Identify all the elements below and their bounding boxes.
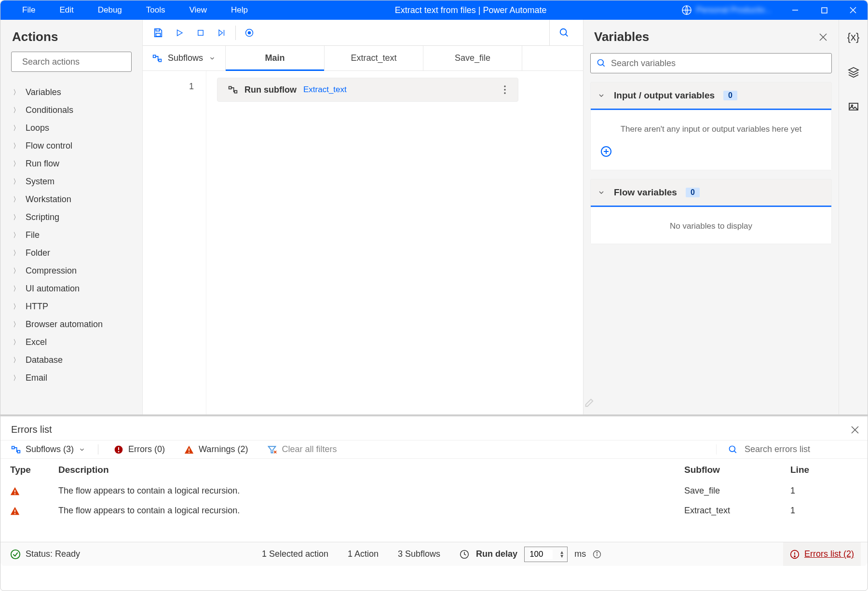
step-button[interactable] — [211, 22, 232, 43]
chevron-right-icon: 〉 — [13, 178, 20, 186]
variables-search-input[interactable] — [611, 58, 826, 69]
action-category-label: Workstation — [26, 194, 71, 205]
action-category-label: Excel — [26, 337, 47, 347]
editor-area: Subflows Main Extract_text Save_file 1 R… — [143, 20, 583, 414]
rail-variables-button[interactable]: {x} — [845, 28, 862, 46]
menu-debug[interactable]: Debug — [86, 0, 134, 20]
col-description: Description — [58, 465, 684, 475]
svg-line-27 — [603, 65, 605, 67]
info-icon[interactable] — [593, 550, 601, 559]
tab-save-file[interactable]: Save_file — [423, 46, 522, 70]
action-category[interactable]: 〉Workstation — [10, 191, 137, 208]
tab-main[interactable]: Main — [226, 46, 325, 70]
step-target-link[interactable]: Extract_text — [303, 85, 347, 95]
tab-extract-text[interactable]: Extract_text — [325, 46, 423, 70]
svg-marker-11 — [219, 30, 223, 36]
subflows-dropdown[interactable]: Subflows — [143, 46, 226, 70]
io-variables-toggle[interactable]: Input / output variables 0 — [591, 82, 831, 109]
action-category[interactable]: 〉Database — [10, 351, 137, 369]
action-category[interactable]: 〉Scripting — [10, 208, 137, 226]
chevron-right-icon: 〉 — [13, 160, 20, 168]
filter-errors-label: Errors (0) — [128, 444, 165, 454]
errors-list-link[interactable]: Errors list (2) — [783, 542, 861, 566]
chevron-down-icon — [209, 55, 216, 62]
svg-rect-7 — [156, 28, 159, 31]
flow-steps[interactable]: Run subflow Extract_text — [206, 71, 583, 414]
action-category[interactable]: 〉Flow control — [10, 137, 137, 155]
flow-variables-toggle[interactable]: Flow variables 0 — [591, 179, 831, 206]
action-category[interactable]: 〉Email — [10, 369, 137, 387]
action-category-label: Database — [26, 355, 63, 365]
action-category[interactable]: 〉File — [10, 226, 137, 244]
svg-marker-31 — [849, 68, 858, 72]
menu-help[interactable]: Help — [219, 0, 260, 20]
errors-search[interactable] — [716, 444, 861, 454]
menu-tools[interactable]: Tools — [134, 0, 177, 20]
svg-point-59 — [597, 552, 597, 553]
filter-errors[interactable]: Errors (0) — [110, 444, 169, 454]
chevron-right-icon: 〉 — [13, 213, 20, 222]
clear-filters-button[interactable]: Clear all filters — [263, 444, 340, 454]
filter-warnings[interactable]: Warnings (2) — [180, 444, 252, 454]
filter-clear-icon — [267, 445, 277, 454]
action-category-label: Flow control — [26, 141, 72, 151]
action-category[interactable]: 〉Variables — [10, 83, 137, 101]
check-circle-icon — [10, 549, 21, 560]
rail-images-button[interactable] — [845, 98, 862, 115]
status-subflows: 3 Subflows — [398, 549, 440, 559]
action-category[interactable]: 〉Run flow — [10, 155, 137, 173]
menu-view[interactable]: View — [177, 0, 219, 20]
editor-search-button[interactable] — [549, 20, 578, 46]
action-category[interactable]: 〉HTTP — [10, 298, 137, 316]
action-category[interactable]: 〉Loops — [10, 119, 137, 137]
save-button[interactable] — [148, 22, 169, 43]
run-delay-value[interactable] — [529, 550, 553, 559]
menu-edit[interactable]: Edit — [47, 0, 85, 20]
action-category[interactable]: 〉Browser automation — [10, 316, 137, 333]
window-title: Extract text from files | Power Automate — [260, 5, 681, 15]
action-category[interactable]: 〉Folder — [10, 244, 137, 262]
col-subflow: Subflow — [684, 465, 790, 475]
variables-panel: Variables Input / output variables 0 The… — [583, 20, 839, 414]
minimize-button[interactable] — [781, 0, 810, 20]
run-delay-input[interactable]: ▲▼ — [524, 547, 568, 562]
record-button[interactable] — [239, 22, 260, 43]
error-row[interactable]: The flow appears to contain a logical re… — [0, 481, 868, 501]
spinner-buttons[interactable]: ▲▼ — [559, 550, 564, 558]
errors-close-button[interactable] — [851, 426, 859, 434]
eraser-button[interactable] — [583, 397, 839, 410]
io-variables-title: Input / output variables — [614, 90, 715, 101]
action-category[interactable]: 〉Conditionals — [10, 101, 137, 119]
svg-rect-37 — [17, 450, 20, 453]
action-category-label: Run flow — [26, 159, 59, 169]
maximize-button[interactable] — [810, 0, 839, 20]
errors-search-input[interactable] — [745, 444, 861, 454]
action-category-label: Conditionals — [26, 105, 73, 115]
action-category[interactable]: 〉UI automation — [10, 280, 137, 298]
actions-search[interactable] — [11, 52, 132, 72]
action-category[interactable]: 〉System — [10, 173, 137, 191]
variables-close-button[interactable] — [816, 30, 830, 44]
errors-title: Errors list — [11, 424, 851, 435]
rail-layers-button[interactable] — [845, 63, 862, 81]
action-category[interactable]: 〉Compression — [10, 262, 137, 280]
chevron-down-icon — [597, 92, 605, 99]
chevron-right-icon: 〉 — [13, 285, 20, 293]
step-card[interactable]: Run subflow Extract_text — [217, 78, 518, 102]
account-info[interactable]: Personal Productiv... — [681, 5, 781, 15]
svg-rect-18 — [159, 59, 161, 61]
svg-point-54 — [14, 513, 15, 514]
add-io-variable-button[interactable] — [600, 146, 822, 157]
run-button[interactable] — [169, 22, 190, 43]
actions-search-input[interactable] — [22, 57, 134, 67]
image-icon — [848, 101, 859, 112]
step-more-button[interactable] — [498, 82, 512, 97]
subflow-icon — [228, 85, 238, 95]
menu-file[interactable]: File — [10, 0, 47, 20]
close-button[interactable] — [839, 0, 868, 20]
error-row[interactable]: The flow appears to contain a logical re… — [0, 501, 868, 521]
variables-search[interactable] — [590, 53, 832, 73]
filter-subflows[interactable]: Subflows (3) — [7, 444, 98, 454]
stop-button[interactable] — [190, 22, 211, 43]
action-category[interactable]: 〉Excel — [10, 333, 137, 351]
